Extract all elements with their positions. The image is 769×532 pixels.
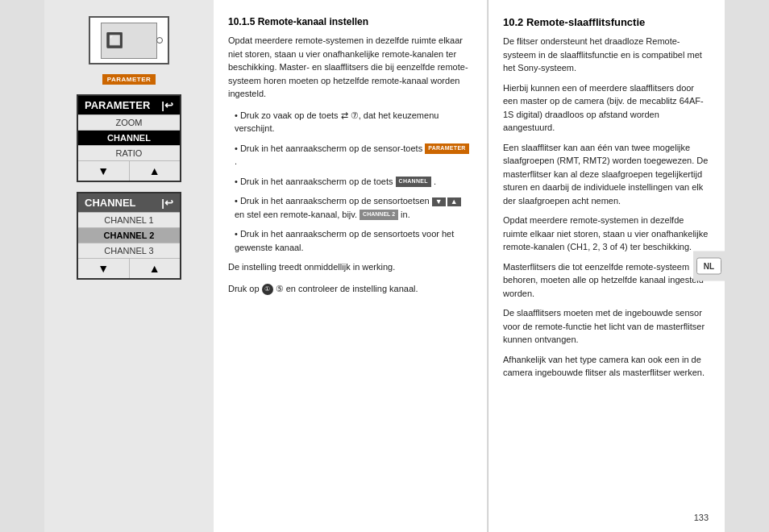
channel-item-1[interactable]: CHANNEL 1 <box>78 212 180 227</box>
right-section-title: 10.2 Remote-slaafflitsfunctie <box>503 16 710 28</box>
right-para-5: Masterflitsers die tot eenzelfde remote-… <box>503 260 710 301</box>
channel-nav-up[interactable]: ▲ <box>130 259 181 278</box>
parameter-menu-title: PARAMETER <box>85 99 150 111</box>
channel-menu-title: CHANNEL <box>85 197 136 209</box>
right-para-1: De flitser ondersteunt het draadloze Rem… <box>503 35 710 75</box>
bullet-4-text-after: in. <box>401 210 410 219</box>
device-image: 🔲 <box>89 16 169 64</box>
channel-nav-down[interactable]: ▼ <box>78 259 130 278</box>
parameter-menu: PARAMETER |↩ ZOOM CHANNEL RATIO ▼ ▲ <box>77 94 181 182</box>
footer-1: De instelling treedt onmiddellijk in wer… <box>228 260 472 274</box>
bullet-1: Druk zo vaak op de toets ⇄ ⑦, dat het ke… <box>228 109 472 135</box>
parameter-menu-header: PARAMETER |↩ <box>78 96 180 114</box>
nl-badge-container: NL <box>693 251 725 281</box>
right-column: 10.2 Remote-slaafflitsfunctie De flitser… <box>488 0 725 532</box>
menu-nav-up[interactable]: ▲ <box>130 161 181 181</box>
footer-2-before: Druk op <box>228 284 262 293</box>
right-para-4: Opdat meerdere remote-systemen in dezelf… <box>503 214 710 254</box>
bullet-2: Druk in het aanraakscherm op de sensor-t… <box>228 142 472 168</box>
menu-nav-down[interactable]: ▼ <box>78 161 130 181</box>
menu-item-channel[interactable]: CHANNEL <box>78 130 180 145</box>
bullet-2-text-after: . <box>235 156 237 166</box>
footer-2-middle: ⑤ en controleer de instelling kanaal. <box>276 284 418 293</box>
device-dot <box>156 37 163 44</box>
bullet-3-text-before: Druk in het aanraakscherm op de toets <box>240 177 396 186</box>
bullet-3: Druk in het aanraakscherm op de toets CH… <box>228 175 472 189</box>
menu-nav: ▼ ▲ <box>78 160 180 181</box>
bullet-5-text: Druk in het aanraakscherm op de sensorto… <box>235 229 454 252</box>
menu-item-ratio[interactable]: RATIO <box>78 145 180 160</box>
channel-item-2[interactable]: CHANNEL 2 <box>78 227 180 243</box>
bullet-4-text-before: Druk in het aanraakscherm op de sensorto… <box>240 196 432 206</box>
bullet-4-text-middle: en stel een remote-kanaal, bijv. <box>235 210 360 219</box>
footer-2: Druk op ① ⑤ en controleer de instelling … <box>228 282 472 296</box>
bullet-1-text: Druk zo vaak op de toets ⇄ ⑦, dat het ke… <box>235 110 439 134</box>
nl-badge: NL <box>696 258 721 275</box>
bullet-4: Druk in het aanraakscherm op de sensorto… <box>228 194 472 221</box>
channel-nav: ▼ ▲ <box>78 258 180 278</box>
bullet-5: Druk in het aanraakscherm op de sensorto… <box>228 227 472 254</box>
channel2-inline-badge: CHANNEL 2 <box>360 210 398 220</box>
device-icon: 🔲 <box>106 31 123 49</box>
nav-arrow-down: ▼ <box>432 197 446 206</box>
channel-menu-arrow: |↩ <box>161 197 173 209</box>
param-badge-small: PARAMETER <box>102 74 156 85</box>
channel-item-3[interactable]: CHANNEL 3 <box>78 243 180 258</box>
right-para-3: Een slaafflitser kan aan één van twee mo… <box>503 141 710 208</box>
left-strip <box>0 0 44 532</box>
middle-intro: Opdat meerdere remote-systemen in dezelf… <box>228 34 472 101</box>
nav-arrow-up: ▲ <box>447 197 461 206</box>
left-column: 🔲 PARAMETER PARAMETER |↩ ZOOM CHANNEL RA… <box>44 0 214 532</box>
menu-item-zoom[interactable]: ZOOM <box>78 114 180 130</box>
right-para-6: De slaafflitsers moeten met de ingebouwd… <box>503 306 710 347</box>
parameter-inline-badge: PARAMETER <box>425 143 469 154</box>
channel-menu-header: CHANNEL |↩ <box>78 193 180 212</box>
bullet-3-text-after: . <box>434 177 436 186</box>
middle-column: 10.1.5 Remote-kanaal instellen Opdat mee… <box>214 0 488 532</box>
middle-section-title: 10.1.5 Remote-kanaal instellen <box>228 16 472 27</box>
nav-arrows-inline: ▼ ▲ <box>432 197 461 206</box>
bullet-2-text-before: Druk in het aanraakscherm op de sensor-t… <box>240 143 425 153</box>
circle-icon: ① <box>262 284 273 295</box>
channel-inline-badge: CHANNEL <box>396 177 431 187</box>
channel-menu: CHANNEL |↩ CHANNEL 1 CHANNEL 2 CHANNEL 3… <box>77 192 181 280</box>
page-number: 133 <box>694 513 709 522</box>
right-strip <box>725 0 769 532</box>
right-para-7: Afhankelijk van het type camera kan ook … <box>503 353 710 380</box>
parameter-menu-arrow: |↩ <box>161 99 173 111</box>
right-para-2: Hierbij kunnen een of meerdere slaafflit… <box>503 81 710 135</box>
device-screen: 🔲 <box>101 23 157 59</box>
